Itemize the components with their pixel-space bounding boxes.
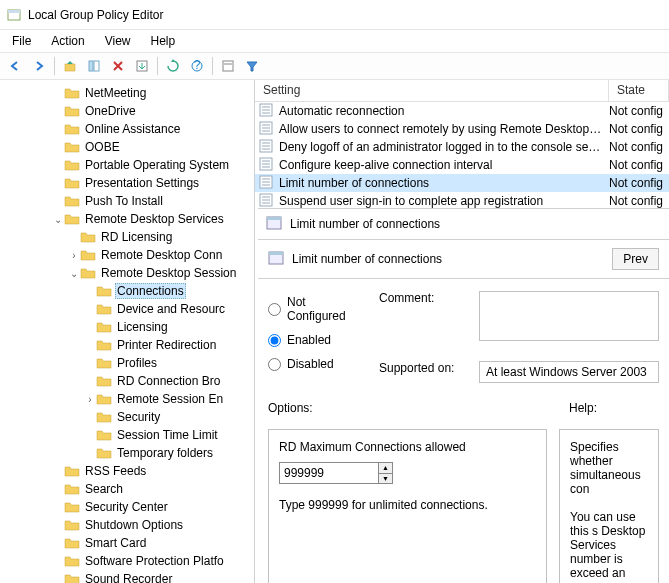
max-connections-spinner[interactable]: ▲ ▼ bbox=[279, 462, 536, 484]
help-button[interactable]: ? bbox=[186, 55, 208, 77]
setting-icon bbox=[259, 139, 275, 155]
toolbar: ? bbox=[0, 52, 669, 80]
setting-state: Not config bbox=[609, 194, 669, 208]
tree-item[interactable]: Connections bbox=[0, 282, 254, 300]
setting-row[interactable]: Limit number of connectionsNot config bbox=[255, 174, 669, 192]
tree-item-label: Remote Session En bbox=[115, 392, 225, 406]
setting-state: Not config bbox=[609, 140, 669, 154]
dialog-section-labels: Options: Help: bbox=[258, 395, 669, 421]
settings-list[interactable]: Automatic reconnectionNot configAllow us… bbox=[255, 102, 669, 210]
tree-item[interactable]: Portable Operating System bbox=[0, 156, 254, 174]
menu-action[interactable]: Action bbox=[41, 32, 94, 50]
tree-item[interactable]: Search bbox=[0, 480, 254, 498]
forward-button[interactable] bbox=[28, 55, 50, 77]
dialog-title: Limit number of connections bbox=[290, 217, 440, 231]
setting-state: Not config bbox=[609, 104, 669, 118]
folder-icon bbox=[64, 554, 80, 568]
setting-icon bbox=[259, 103, 275, 119]
expand-icon[interactable]: › bbox=[68, 250, 80, 261]
setting-row[interactable]: Configure keep-alive connection interval… bbox=[255, 156, 669, 174]
tree-item[interactable]: Session Time Limit bbox=[0, 426, 254, 444]
export-button[interactable] bbox=[131, 55, 153, 77]
collapse-icon[interactable]: ⌄ bbox=[68, 268, 80, 279]
folder-icon bbox=[96, 284, 112, 298]
dialog-header: Limit number of connections Prev bbox=[258, 239, 669, 279]
setting-name: Automatic reconnection bbox=[279, 104, 609, 118]
tree-item[interactable]: Profiles bbox=[0, 354, 254, 372]
help-panel: Specifies whether simultaneous con You c… bbox=[559, 429, 659, 583]
setting-row[interactable]: Automatic reconnectionNot config bbox=[255, 102, 669, 120]
tree-item[interactable]: ›Remote Desktop Conn bbox=[0, 246, 254, 264]
tree-item[interactable]: Sound Recorder bbox=[0, 570, 254, 583]
tree-item-label: RD Connection Bro bbox=[115, 374, 222, 388]
tree-item[interactable]: ⌄Remote Desktop Services bbox=[0, 210, 254, 228]
setting-row[interactable]: Deny logoff of an administrator logged i… bbox=[255, 138, 669, 156]
svg-rect-1 bbox=[8, 10, 20, 13]
comment-field[interactable] bbox=[479, 291, 659, 341]
delete-button[interactable] bbox=[107, 55, 129, 77]
nav-tree[interactable]: NetMeetingOneDriveOnline AssistanceOOBEP… bbox=[0, 84, 254, 583]
setting-state: Not config bbox=[609, 122, 669, 136]
properties-button[interactable] bbox=[217, 55, 239, 77]
max-connections-input[interactable] bbox=[279, 462, 379, 484]
radio-not-configured[interactable]: Not Configured bbox=[268, 295, 359, 323]
tree-item[interactable]: NetMeeting bbox=[0, 84, 254, 102]
title-bar: Local Group Policy Editor bbox=[0, 0, 669, 30]
show-hide-tree-button[interactable] bbox=[83, 55, 105, 77]
tree-item[interactable]: Push To Install bbox=[0, 192, 254, 210]
tree-item-label: Printer Redirection bbox=[115, 338, 218, 352]
setting-row[interactable]: Allow users to connect remotely by using… bbox=[255, 120, 669, 138]
policy-dialog: Limit number of connections Limit number… bbox=[258, 208, 669, 583]
tree-item[interactable]: ›Remote Session En bbox=[0, 390, 254, 408]
folder-icon bbox=[64, 158, 80, 172]
menu-file[interactable]: File bbox=[2, 32, 41, 50]
tree-item[interactable]: Security Center bbox=[0, 498, 254, 516]
tree-item[interactable]: Online Assistance bbox=[0, 120, 254, 138]
tree-item-label: Security Center bbox=[83, 500, 170, 514]
tree-item[interactable]: RD Connection Bro bbox=[0, 372, 254, 390]
dialog-meta: Comment: Supported on: At least Windows … bbox=[379, 291, 659, 383]
previous-setting-button[interactable]: Prev bbox=[612, 248, 659, 270]
filter-button[interactable] bbox=[241, 55, 263, 77]
spin-down-icon[interactable]: ▼ bbox=[379, 474, 392, 484]
list-header: Setting State bbox=[255, 80, 669, 102]
tree-item[interactable]: OOBE bbox=[0, 138, 254, 156]
refresh-button[interactable] bbox=[162, 55, 184, 77]
menu-view[interactable]: View bbox=[95, 32, 141, 50]
folder-icon bbox=[64, 500, 80, 514]
expand-icon[interactable]: › bbox=[84, 394, 96, 405]
tree-item[interactable]: Device and Resourc bbox=[0, 300, 254, 318]
back-button[interactable] bbox=[4, 55, 26, 77]
tree-item-label: Push To Install bbox=[83, 194, 165, 208]
tree-item[interactable]: Smart Card bbox=[0, 534, 254, 552]
tree-item[interactable]: ⌄Remote Desktop Session bbox=[0, 264, 254, 282]
tree-item[interactable]: RSS Feeds bbox=[0, 462, 254, 480]
tree-item[interactable]: OneDrive bbox=[0, 102, 254, 120]
tree-item-label: RD Licensing bbox=[99, 230, 174, 244]
tree-item-label: Online Assistance bbox=[83, 122, 182, 136]
tree-item[interactable]: Shutdown Options bbox=[0, 516, 254, 534]
tree-item[interactable]: Printer Redirection bbox=[0, 336, 254, 354]
up-button[interactable] bbox=[59, 55, 81, 77]
tree-item[interactable]: RD Licensing bbox=[0, 228, 254, 246]
collapse-icon[interactable]: ⌄ bbox=[52, 214, 64, 225]
folder-icon bbox=[96, 320, 112, 334]
tree-item[interactable]: Presentation Settings bbox=[0, 174, 254, 192]
tree-item[interactable]: Security bbox=[0, 408, 254, 426]
radio-enabled[interactable]: Enabled bbox=[268, 333, 359, 347]
folder-icon bbox=[96, 392, 112, 406]
radio-disabled[interactable]: Disabled bbox=[268, 357, 359, 371]
tree-item[interactable]: Licensing bbox=[0, 318, 254, 336]
tree-item[interactable]: Temporary folders bbox=[0, 444, 254, 462]
tree-item[interactable]: Software Protection Platfo bbox=[0, 552, 254, 570]
tree-item-label: NetMeeting bbox=[83, 86, 148, 100]
col-state[interactable]: State bbox=[609, 80, 669, 101]
col-setting[interactable]: Setting bbox=[255, 80, 609, 101]
folder-icon bbox=[96, 374, 112, 388]
setting-name: Deny logoff of an administrator logged i… bbox=[279, 140, 609, 154]
spin-up-icon[interactable]: ▲ bbox=[379, 463, 392, 474]
dialog-header-text: Limit number of connections bbox=[292, 252, 442, 266]
app-icon bbox=[6, 7, 22, 23]
folder-icon bbox=[80, 248, 96, 262]
menu-help[interactable]: Help bbox=[141, 32, 186, 50]
